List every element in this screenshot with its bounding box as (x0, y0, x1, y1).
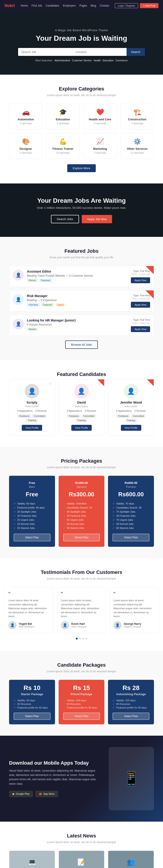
nav-find-job[interactable]: Find Job (31, 4, 42, 7)
category-fitness[interactable]: 💪 Fitness Trainer 10 openings (46, 133, 80, 159)
apps-count-1: 0 Applications (17, 409, 33, 412)
view-profile-button-3[interactable]: View Profile (121, 425, 141, 431)
candidate-role-3: Video Editor (112, 405, 150, 408)
cand-pkg-btn-3[interactable]: Select Plan (112, 713, 150, 720)
search-jobs-button[interactable]: Search Jobs (51, 215, 79, 223)
price-feature-prem-1: Validity: 70 days (112, 501, 150, 505)
category-designer[interactable]: 🎨 Designer 3 openings (9, 133, 43, 159)
app-store-button[interactable]: 🍎 App Store (35, 790, 58, 797)
latest-news-section: Latest News Lorem ipsum dolor sit amet, … (0, 822, 163, 868)
skill-committed-1: Committed (32, 414, 47, 418)
price-tier-standard: Rs300.00 (63, 481, 100, 485)
job-search-input[interactable] (18, 48, 73, 56)
category-marketing[interactable]: 📈 Marketing 3 openings (83, 133, 117, 159)
dot-3[interactable] (82, 638, 84, 640)
nav-contact[interactable]: Contact (100, 4, 109, 7)
category-health[interactable]: ❤️ Health and Care 3 openings (83, 103, 117, 129)
favorite-icon-1[interactable]: ♡ (49, 382, 52, 386)
job-avatar-2: 👤 (13, 294, 24, 305)
pricing-subtitle: Lorem ipsum dolor sit amet, sec do to do… (9, 466, 154, 469)
apply-job-button[interactable]: Apply Job Now (82, 215, 112, 223)
cand-pkg-btn-1[interactable]: Select Plan (13, 713, 51, 720)
news-card-3[interactable]: 👥 August 3, 2019 How To Perform Well In … (108, 850, 154, 868)
candidate-name-2: David (62, 401, 101, 404)
favorite-icon-3[interactable]: ♡ (148, 382, 151, 386)
nav-home[interactable]: Home (21, 4, 28, 7)
tag-education[interactable]: Education (103, 59, 114, 62)
select-plan-free[interactable]: Select Plan (13, 534, 51, 541)
category-other[interactable]: ⚙️ Other Services 11 openings (120, 133, 154, 159)
mobile-app-text: Download our Mobile Apps Today About Nok… (9, 760, 102, 797)
price-card-standard: Rs300.00 Standard Rs300.00 Validity: Unl… (59, 476, 105, 547)
fitness-name: Fitness Trainer (49, 147, 77, 150)
news-card-2[interactable]: 📝 August 3, 2019 How to start your own C… (59, 850, 105, 868)
location-search-input[interactable] (73, 48, 127, 56)
testimonial-card-1: " Lorem ipsum dolor sit amet, consectetu… (4, 587, 53, 633)
nav-candidates[interactable]: Candidates (46, 4, 59, 7)
dream-banner-subtitle: Over 1 million interactions, 50,000 succ… (9, 206, 154, 210)
cand-feat-3-2: 90 Resumes (112, 702, 150, 706)
testimonial-text-1: Lorem ipsum dolor sit amet, consectetur … (8, 598, 50, 618)
candidates-grid: ♡ 👤 Scripty Video Editor 0 Applications … (9, 379, 154, 435)
mobile-app-section: Download our Mobile Apps Today About Nok… (0, 736, 163, 822)
dot-2[interactable] (79, 638, 81, 640)
google-play-button[interactable]: ▶ Google Play (9, 790, 33, 797)
latest-news-subtitle: Lorem ipsum dolor sit amet, sec do to do… (9, 841, 154, 844)
testimonials-grid: " Lorem ipsum dolor sit amet, consectetu… (4, 587, 159, 633)
testimonial-name-2: Kevin Hart (71, 622, 87, 625)
select-plan-standard[interactable]: Select Plan (63, 534, 100, 541)
news-card-1[interactable]: 💻 August 3, 2019 What If You Just Isn't … (9, 850, 55, 868)
app-store-buttons: ▶ Google Play 🍎 App Store (9, 790, 102, 797)
category-education[interactable]: 🎓 Education 3 openings (46, 103, 80, 129)
testimonial-author-3: 👤 George Harry Graphic Designer (113, 621, 155, 629)
tag-customer-service[interactable]: Customer Service (72, 59, 92, 62)
price-feature-free-4: 10 Featured Jobs (13, 514, 51, 518)
construction-name: Construction (123, 118, 152, 121)
candidate-packages-grid: Rs 10 Starter Package Validity: 60 days … (9, 680, 154, 724)
dot-4[interactable] (85, 638, 87, 640)
apply-button-3[interactable]: Apply Now (131, 326, 150, 332)
nav-logo-highlight: N (4, 3, 7, 8)
category-automotive[interactable]: 🚗 Automotive 3 openings (9, 103, 43, 129)
view-profile-button-1[interactable]: View Profile (22, 425, 42, 431)
nav-pages[interactable]: Pages (79, 4, 87, 7)
browse-all-jobs-button[interactable]: Browse All Jobs (65, 340, 98, 349)
apply-button-1[interactable]: Apply Now (131, 277, 150, 283)
cand-feat-2-2: 60 Resumes (63, 702, 100, 706)
apps-count-3: 0 Applications (116, 409, 132, 412)
view-profile-button-2[interactable]: View Profile (71, 425, 92, 431)
job-tags-1: Recent Featured (27, 279, 128, 282)
explore-more-button[interactable]: Explore More (67, 164, 96, 172)
category-construction[interactable]: 🏗️ Construction 3 openings (120, 103, 154, 129)
post-job-button[interactable]: + Add Post (140, 3, 159, 8)
other-icon: ⚙️ (123, 138, 152, 145)
cand-feat-3-3: Featured profile for 90 days (112, 706, 150, 709)
reviews-count-1: 0 Reviews (35, 409, 47, 412)
price-feature-prem-3: 75 Spotlight Jobs (112, 510, 150, 514)
dot-1[interactable] (76, 638, 78, 640)
cand-pkg-btn-2[interactable]: Select Plan (63, 713, 100, 720)
tag-administrative[interactable]: Administrative (55, 59, 70, 62)
price-label-premium: Premium (112, 486, 150, 488)
select-plan-premium[interactable]: Select Plan (112, 534, 150, 541)
favorite-icon-2[interactable]: ♡ (99, 382, 102, 386)
job-tags-2: Part-time Featured Urgent (27, 303, 128, 307)
testimonial-role-3: Graphic Designer (124, 625, 141, 628)
apply-button-2[interactable]: Apply Now (131, 302, 150, 308)
login-button[interactable]: Login / Register (115, 3, 138, 8)
testimonial-author-1: 👤 Yogett Bel Web Developer (8, 621, 50, 629)
designer-count: 3 openings (11, 151, 40, 154)
price-feature-std-5: 50 Urgent Jobs (63, 518, 100, 522)
cand-feat-3-1: Validity: 320 days (112, 699, 150, 702)
categories-section: Explore Categories Lorem ipsum dolor sit… (0, 75, 163, 183)
search-button[interactable]: Search (127, 48, 145, 56)
mobile-app-title: Download our Mobile Apps Today (9, 760, 102, 766)
nav-employers[interactable]: Employers (63, 4, 76, 7)
price-card-free: Free Basic Free Validity: 60 days Featur… (9, 476, 55, 547)
tag-health[interactable]: Health (93, 59, 101, 62)
navbar: Nokri Home Find Job Candidates Employers… (0, 0, 163, 11)
popular-label: Most Searches: (35, 59, 53, 62)
testimonial-card-2: " Lorem ipsum dolor sit amet, consectetu… (57, 587, 106, 633)
nav-blog[interactable]: Blog (91, 4, 96, 7)
tag-commerce[interactable]: Commerce (115, 59, 128, 62)
